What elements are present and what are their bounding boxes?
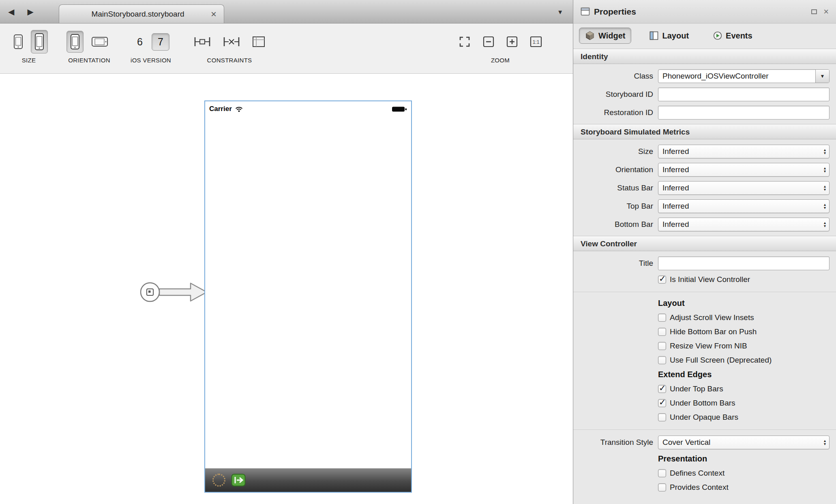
view-controller-view[interactable]: Carrier xyxy=(204,100,412,493)
orientation-portrait-icon[interactable] xyxy=(66,31,84,53)
layout-block: Layout ✓ Adjust Scroll View Insets ✓ Hid… xyxy=(573,292,836,427)
storyboard-id-label: Storyboard ID xyxy=(573,90,653,99)
hide-bottom-bar-on-push-checkbox[interactable]: ✓ xyxy=(658,328,666,336)
defines-context-checkbox[interactable]: ✓ xyxy=(658,469,666,477)
ios7-button[interactable]: 7 xyxy=(152,33,169,51)
checkbox-row-defines-context[interactable]: ✓ Defines Context xyxy=(658,466,836,480)
dock-panel-icon[interactable] xyxy=(811,9,817,14)
transition-style-label: Transition Style xyxy=(573,438,653,447)
ios6-button[interactable]: 6 xyxy=(132,33,148,51)
metric-size-value: Inferred xyxy=(662,147,689,156)
checkbox-row-use-full-screen[interactable]: ✓ Use Full Screen (Deprecated) xyxy=(658,353,836,367)
initial-view-controller-arrow[interactable] xyxy=(137,275,214,309)
first-responder-icon[interactable] xyxy=(212,474,225,487)
resize-view-from-nib-checkbox[interactable]: ✓ xyxy=(658,342,666,350)
tab-close-icon[interactable]: × xyxy=(210,9,217,19)
checkbox-row-adjust-scroll-view-insets[interactable]: ✓ Adjust Scroll View Insets xyxy=(658,310,836,325)
under-top-bars-label: Under Top Bars xyxy=(670,384,723,393)
design-canvas[interactable]: Carrier xyxy=(0,74,573,504)
tab-events[interactable]: Events xyxy=(707,28,759,44)
exit-segue-icon[interactable] xyxy=(231,474,246,487)
metric-bottom-bar-label: Bottom Bar xyxy=(573,220,653,229)
metric-top-bar-label: Top Bar xyxy=(573,202,653,211)
size-phone-4-icon[interactable] xyxy=(31,30,48,53)
zoom-out-icon[interactable] xyxy=(479,33,498,51)
transition-style-row: Transition Style Cover Vertical▴▾ xyxy=(573,434,836,451)
class-dropdown-icon[interactable]: ▼ xyxy=(815,70,829,83)
tab-mainstoryboard[interactable]: MainStoryboard.storyboard × xyxy=(59,4,224,23)
metric-status-bar-value: Inferred xyxy=(662,184,689,192)
properties-title: Properties xyxy=(594,7,636,17)
provides-context-checkbox[interactable]: ✓ xyxy=(658,483,666,491)
tab-layout[interactable]: Layout xyxy=(643,28,695,44)
checkbox-row-under-bottom-bars[interactable]: ✓ Under Bottom Bars xyxy=(658,396,836,410)
is-initial-view-controller-checkbox[interactable]: ✓ xyxy=(658,275,666,284)
class-combobox[interactable]: Phoneword_iOSViewController ▼ xyxy=(658,69,830,83)
metric-bottom-bar-value: Inferred xyxy=(662,220,689,229)
app-window: ◀ ▶ MainStoryboard.storyboard × ▼ xyxy=(0,0,836,504)
under-bottom-bars-label: Under Bottom Bars xyxy=(670,399,735,408)
under-bottom-bars-checkbox[interactable]: ✓ xyxy=(658,399,666,407)
properties-tabs: Widget Layout Events xyxy=(573,23,836,49)
close-panel-icon[interactable]: × xyxy=(823,7,829,16)
orientation-group-label: ORIENTATION xyxy=(68,57,110,64)
size-phone-3.5-icon[interactable] xyxy=(10,31,27,52)
transition-style-dropdown[interactable]: Cover Vertical▴▾ xyxy=(658,436,830,449)
metric-row-size: Size Inferred▴▾ xyxy=(573,142,836,160)
constraint-remove-icon[interactable] xyxy=(219,33,244,50)
events-icon xyxy=(713,31,722,40)
check-icon: ✓ xyxy=(659,274,666,284)
tab-list-dropdown-icon[interactable]: ▼ xyxy=(557,0,563,23)
metric-size-dropdown[interactable]: Inferred▴▾ xyxy=(658,145,830,158)
restoration-id-input[interactable] xyxy=(658,106,830,120)
battery-icon xyxy=(392,106,407,113)
view-controller-content[interactable] xyxy=(205,117,411,468)
stepper-icon: ▴▾ xyxy=(824,439,826,446)
metric-bottom-bar-dropdown[interactable]: Inferred▴▾ xyxy=(658,218,830,231)
section-identity: Identity xyxy=(573,49,836,64)
constraint-frame-icon[interactable] xyxy=(248,33,269,51)
ios-version-group-label: iOS VERSION xyxy=(131,57,171,64)
checkbox-row-is-initial-view-controller[interactable]: ✓ Is Initial View Controller xyxy=(658,272,836,286)
checkbox-row-under-top-bars[interactable]: ✓ Under Top Bars xyxy=(658,382,836,396)
adjust-scroll-view-insets-label: Adjust Scroll View Insets xyxy=(670,313,754,322)
zoom-fit-icon[interactable] xyxy=(454,32,475,51)
metric-size-label: Size xyxy=(573,147,653,156)
under-opaque-bars-checkbox[interactable]: ✓ xyxy=(658,413,666,421)
title-input[interactable] xyxy=(658,256,830,270)
metric-row-bottom-bar: Bottom Bar Inferred▴▾ xyxy=(573,215,836,233)
forward-icon[interactable]: ▶ xyxy=(27,7,33,17)
under-opaque-bars-label: Under Opaque Bars xyxy=(670,413,738,422)
zoom-actual-size-icon[interactable]: 1:1 xyxy=(526,33,546,51)
orientation-landscape-icon[interactable] xyxy=(88,34,112,50)
storyboard-id-input[interactable] xyxy=(658,88,830,101)
checkbox-row-resize-view-from-nib[interactable]: ✓ Resize View From NIB xyxy=(658,339,836,353)
class-row: Class Phoneword_iOSViewController ▼ xyxy=(573,67,836,85)
transition-block: Transition Style Cover Vertical▴▾ Presen… xyxy=(573,429,836,497)
adjust-scroll-view-insets-checkbox[interactable]: ✓ xyxy=(658,314,666,322)
is-initial-view-controller-label: Is Initial View Controller xyxy=(670,275,750,284)
zoom-in-icon[interactable] xyxy=(502,33,522,51)
stepper-icon: ▴▾ xyxy=(824,203,826,209)
constraint-width-icon[interactable] xyxy=(190,33,215,50)
carrier-label: Carrier xyxy=(209,105,232,113)
checkbox-row-provides-context[interactable]: ✓ Provides Context xyxy=(658,480,836,494)
checkbox-row-hide-bottom-bar-on-push[interactable]: ✓ Hide Bottom Bar on Push xyxy=(658,325,836,339)
metric-row-status-bar: Status Bar Inferred▴▾ xyxy=(573,179,836,197)
use-full-screen-checkbox[interactable]: ✓ xyxy=(658,356,666,364)
metrics-form: Size Inferred▴▾ Orientation Inferred▴▾ S… xyxy=(573,139,836,236)
under-top-bars-checkbox[interactable]: ✓ xyxy=(658,385,666,393)
metric-top-bar-dropdown[interactable]: Inferred▴▾ xyxy=(658,199,830,213)
defines-context-label: Defines Context xyxy=(670,469,725,478)
svg-text:1:1: 1:1 xyxy=(533,39,540,45)
class-value: Phoneword_iOSViewController xyxy=(658,70,815,83)
metric-orientation-dropdown[interactable]: Inferred▴▾ xyxy=(658,163,830,177)
tab-widget[interactable]: Widget xyxy=(579,28,631,44)
metric-status-bar-dropdown[interactable]: Inferred▴▾ xyxy=(658,181,830,195)
orientation-group: ORIENTATION xyxy=(66,27,112,64)
back-icon[interactable]: ◀ xyxy=(8,7,14,17)
ios-version-group: 6 7 iOS VERSION xyxy=(131,27,171,64)
checkbox-row-under-opaque-bars[interactable]: ✓ Under Opaque Bars xyxy=(658,410,836,424)
metric-row-orientation: Orientation Inferred▴▾ xyxy=(573,160,836,179)
tab-widget-label: Widget xyxy=(598,31,625,41)
